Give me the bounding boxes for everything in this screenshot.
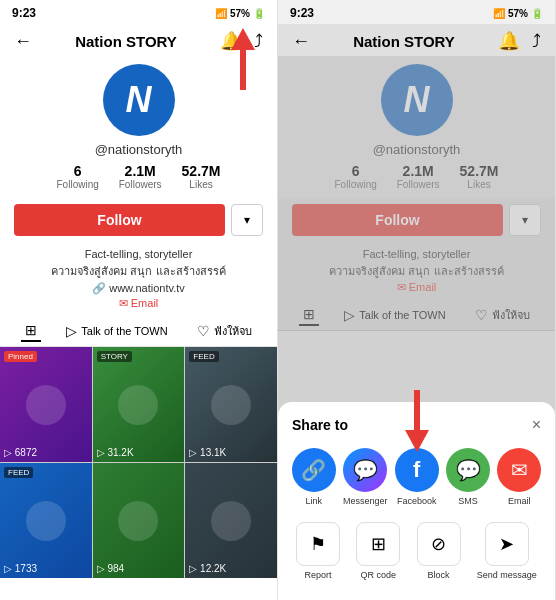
- dropdown-button-left[interactable]: ▾: [231, 204, 263, 236]
- bio-text-left: Fact-telling, storyteller ความจริงสู่สัง…: [14, 246, 263, 279]
- share-icon-left[interactable]: ⤴: [254, 31, 263, 52]
- stat-likes-left: 52.7M Likes: [182, 163, 221, 190]
- left-panel: 9:23 📶 57% 🔋 ← Nation STORY 🔔 ⤴ N @natio…: [0, 0, 278, 600]
- page-title-right: Nation STORY: [353, 33, 455, 50]
- grid-count-6: ▷ 12.2K: [189, 563, 226, 574]
- grid-tag-4: FEED: [4, 467, 33, 478]
- tab-listen-left[interactable]: ♡ ฟังให้จบ: [193, 320, 256, 342]
- share-icon-sms[interactable]: 💬 SMS: [446, 448, 490, 506]
- stat-followers-left: 2.1M Followers: [119, 163, 162, 190]
- arrow-annotation-down: [405, 390, 429, 452]
- share-icons-row: 🔗 Link 💬 Messenger f Facebook 💬 SMS ✉ Em…: [288, 448, 545, 506]
- avatar-left: N: [103, 64, 175, 136]
- nav-icons-right: 🔔 ⤴: [498, 30, 541, 52]
- share-bottom-send-message[interactable]: ➤ Send message: [477, 522, 537, 580]
- share-icon-right[interactable]: ⤴: [532, 31, 541, 52]
- status-time-right: 9:23: [290, 6, 314, 20]
- stat-following-left: 6 Following: [57, 163, 99, 190]
- tab-grid-left[interactable]: ⊞: [21, 320, 41, 342]
- grid-item-1[interactable]: Pinned ▷ 6872: [0, 347, 92, 462]
- grid-count-2: ▷ 31.2K: [97, 447, 134, 458]
- grid-item-3[interactable]: FEED ▷ 13.1K: [185, 347, 277, 462]
- top-nav-right: ← Nation STORY 🔔 ⤴: [278, 24, 555, 56]
- status-icons-right: 📶 57% 🔋: [493, 8, 543, 19]
- status-bar-left: 9:23 📶 57% 🔋: [0, 0, 277, 24]
- grid-item-4[interactable]: FEED ▷ 1733: [0, 463, 92, 578]
- bio-link-left[interactable]: 🔗 www.nationtv.tv: [14, 282, 263, 295]
- tab-talk-left[interactable]: ▷ Talk of the TOWN: [62, 321, 171, 341]
- share-icon-link[interactable]: 🔗 Link: [292, 448, 336, 506]
- grid-tag-2: STORY: [97, 351, 132, 362]
- share-icon-email[interactable]: ✉ Email: [497, 448, 541, 506]
- back-button-left[interactable]: ←: [14, 31, 32, 52]
- page-title-left: Nation STORY: [75, 33, 177, 50]
- share-icon-messenger[interactable]: 💬 Messenger: [343, 448, 388, 506]
- status-icons-left: 📶 57% 🔋: [215, 8, 265, 19]
- share-bottom-report[interactable]: ⚑ Report: [296, 522, 340, 580]
- status-time-left: 9:23: [12, 6, 36, 20]
- follow-button-left[interactable]: Follow: [14, 204, 225, 236]
- grid-item-5[interactable]: ▷ 984: [93, 463, 185, 578]
- status-bar-right: 9:23 📶 57% 🔋: [278, 0, 555, 24]
- grid-item-6[interactable]: ▷ 12.2K: [185, 463, 277, 578]
- grid-tag-3: FEED: [189, 351, 218, 362]
- grid-tag-1: Pinned: [4, 351, 37, 362]
- grid-count-4: ▷ 1733: [4, 563, 37, 574]
- arrow-annotation-up: [231, 28, 255, 90]
- share-bottom-qrcode[interactable]: ⊞ QR code: [356, 522, 400, 580]
- share-bottom-block[interactable]: ⊘ Block: [417, 522, 461, 580]
- follow-row-left: Follow ▾: [0, 198, 277, 242]
- back-button-right[interactable]: ←: [292, 31, 310, 52]
- bell-icon-right[interactable]: 🔔: [498, 30, 520, 52]
- share-title: Share to: [292, 417, 348, 433]
- content-grid-left: Pinned ▷ 6872 STORY ▷ 31.2K FEED ▷ 13.1K…: [0, 347, 277, 578]
- grid-item-2[interactable]: STORY ▷ 31.2K: [93, 347, 185, 462]
- tab-row-left: ⊞ ▷ Talk of the TOWN ♡ ฟังให้จบ: [0, 312, 277, 347]
- stats-row-left: 6 Following 2.1M Followers 52.7M Likes: [57, 163, 221, 190]
- bio-section-left: Fact-telling, storyteller ความจริงสู่สัง…: [0, 242, 277, 312]
- grid-count-5: ▷ 984: [97, 563, 124, 574]
- grid-count-3: ▷ 13.1K: [189, 447, 226, 458]
- username-left: @nationstoryth: [95, 142, 183, 157]
- bio-email-left[interactable]: ✉ Email: [14, 297, 263, 310]
- grid-count-1: ▷ 6872: [4, 447, 37, 458]
- share-icon-facebook[interactable]: f Facebook: [395, 448, 439, 506]
- right-panel: 9:23 📶 57% 🔋 ← Nation STORY 🔔 ⤴ N @natio…: [278, 0, 556, 600]
- share-close-button[interactable]: ×: [532, 416, 541, 434]
- share-bottom-row: ⚑ Report ⊞ QR code ⊘ Block ➤ Send messag…: [288, 522, 545, 580]
